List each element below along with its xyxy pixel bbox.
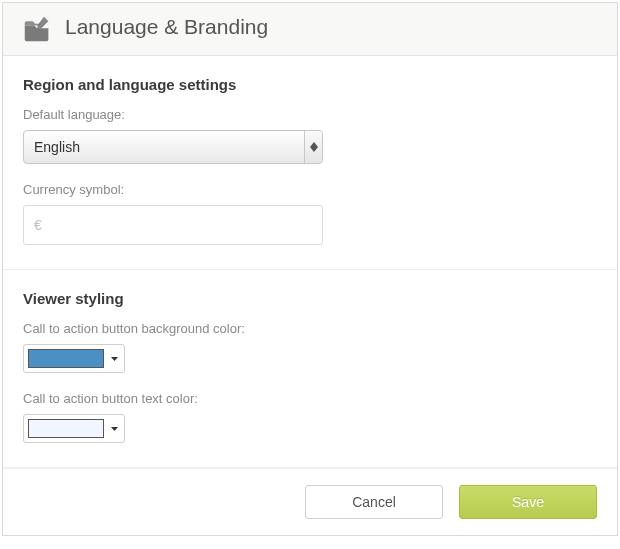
currency-symbol-field: Currency symbol:	[23, 182, 597, 245]
cta-bg-color-swatch	[28, 349, 104, 368]
currency-symbol-label: Currency symbol:	[23, 182, 597, 197]
currency-symbol-input[interactable]	[23, 205, 323, 245]
cta-bg-color-label: Call to action button background color:	[23, 321, 597, 336]
default-language-select[interactable]: English	[23, 130, 323, 164]
cta-text-color-field: Call to action button text color:	[23, 391, 597, 443]
section-heading-viewer: Viewer styling	[23, 290, 597, 307]
save-button[interactable]: Save	[459, 485, 597, 519]
default-language-value: English	[34, 139, 80, 155]
chevron-down-icon	[108, 419, 120, 438]
cta-text-color-swatch	[28, 419, 104, 438]
panel-header: Language & Branding	[3, 3, 617, 56]
cta-bg-color-field: Call to action button background color:	[23, 321, 597, 373]
select-stepper-icon	[304, 131, 322, 163]
default-language-label: Default language:	[23, 107, 597, 122]
viewer-styling-section: Viewer styling Call to action button bac…	[3, 270, 617, 468]
branding-icon	[21, 15, 49, 43]
section-heading-region: Region and language settings	[23, 76, 597, 93]
cancel-button[interactable]: Cancel	[305, 485, 443, 519]
settings-panel: Language & Branding Region and language …	[2, 2, 618, 536]
cta-text-color-label: Call to action button text color:	[23, 391, 597, 406]
region-language-section: Region and language settings Default lan…	[3, 56, 617, 270]
panel-title: Language & Branding	[65, 15, 268, 39]
panel-footer: Cancel Save	[3, 468, 617, 535]
cta-bg-color-picker[interactable]	[23, 344, 125, 373]
cta-text-color-picker[interactable]	[23, 414, 125, 443]
default-language-field: Default language: English	[23, 107, 597, 164]
chevron-down-icon	[108, 349, 120, 368]
